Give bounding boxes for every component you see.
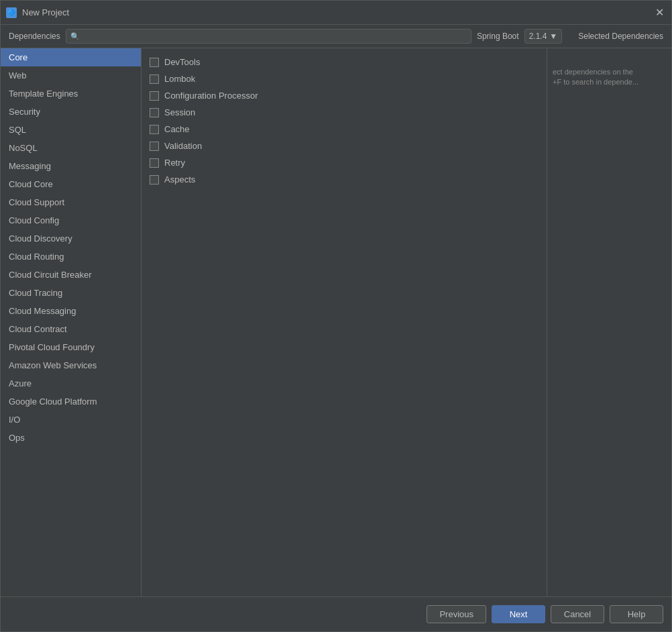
checkbox-item-lombok[interactable]: Lombok xyxy=(142,70,547,87)
checkbox-label-configuration-processor: Configuration Processor xyxy=(164,91,258,101)
nav-item-cloud-circuit-breaker[interactable]: Cloud Circuit Breaker xyxy=(1,266,141,284)
checkbox-label-cache: Cache xyxy=(164,124,190,134)
nav-item-pivotal-cloud-foundry[interactable]: Pivotal Cloud Foundry xyxy=(1,338,141,356)
checkbox-validation[interactable] xyxy=(150,142,159,151)
nav-item-messaging[interactable]: Messaging xyxy=(1,157,141,175)
checkbox-label-session: Session xyxy=(164,107,195,117)
checkbox-item-validation[interactable]: Validation xyxy=(142,138,547,154)
new-project-window: 🔷 New Project ✕ Dependencies 🔍 Spring Bo… xyxy=(0,0,672,632)
checkbox-item-aspects[interactable]: Aspects xyxy=(142,171,547,188)
checkbox-label-validation: Validation xyxy=(164,141,202,151)
window-title: New Project xyxy=(22,7,69,17)
checkbox-session[interactable] xyxy=(150,108,159,117)
checkbox-cache[interactable] xyxy=(150,125,159,134)
checkbox-retry[interactable] xyxy=(150,158,159,168)
checkbox-item-retry[interactable]: Retry xyxy=(142,154,547,171)
nav-item-cloud-contract[interactable]: Cloud Contract xyxy=(1,320,141,338)
checkbox-aspects[interactable] xyxy=(150,175,159,185)
checkbox-label-retry: Retry xyxy=(164,158,185,168)
middle-checkbox-panel: DevToolsLombokConfiguration ProcessorSes… xyxy=(142,48,547,596)
top-bar: Dependencies 🔍 Spring Boot 2.1.4 ▼ Selec… xyxy=(1,25,671,48)
nav-item-google-cloud-platform[interactable]: Google Cloud Platform xyxy=(1,392,141,411)
spring-boot-label: Spring Boot xyxy=(477,32,519,41)
version-value: 2.1.4 xyxy=(529,32,547,41)
previous-button[interactable]: Previous xyxy=(427,605,486,623)
checkbox-item-cache[interactable]: Cache xyxy=(142,121,547,138)
next-button[interactable]: Next xyxy=(492,605,545,623)
help-button[interactable]: Help xyxy=(610,605,663,623)
nav-item-template-engines[interactable]: Template Engines xyxy=(1,85,141,103)
close-button[interactable]: ✕ xyxy=(653,6,666,19)
nav-item-azure[interactable]: Azure xyxy=(1,374,141,392)
main-content: Dependencies 🔍 Spring Boot 2.1.4 ▼ Selec… xyxy=(1,25,671,596)
search-box[interactable]: 🔍 xyxy=(66,29,471,44)
search-input[interactable] xyxy=(82,32,467,41)
checkbox-lombok[interactable] xyxy=(150,74,159,84)
dependencies-label: Dependencies xyxy=(9,32,60,41)
version-dropdown[interactable]: 2.1.4 ▼ xyxy=(524,29,563,44)
nav-item-ops[interactable]: Ops xyxy=(1,429,141,447)
nav-item-cloud-core[interactable]: Cloud Core xyxy=(1,175,141,193)
nav-item-cloud-discovery[interactable]: Cloud Discovery xyxy=(1,229,141,248)
nav-item-io[interactable]: I/O xyxy=(1,411,141,429)
nav-item-nosql[interactable]: NoSQL xyxy=(1,139,141,157)
checkbox-label-aspects: Aspects xyxy=(164,174,195,185)
right-selected-panel: ect dependencies on the +F to search in … xyxy=(547,48,671,596)
left-nav-panel: CoreWebTemplate EnginesSecuritySQLNoSQLM… xyxy=(1,48,142,596)
nav-item-security[interactable]: Security xyxy=(1,103,141,121)
bottom-bar: Previous Next Cancel Help xyxy=(1,596,671,631)
dropdown-arrow-icon: ▼ xyxy=(549,32,557,41)
nav-item-amazon-web-services[interactable]: Amazon Web Services xyxy=(1,356,141,374)
nav-item-cloud-messaging[interactable]: Cloud Messaging xyxy=(1,302,141,320)
nav-item-cloud-support[interactable]: Cloud Support xyxy=(1,193,141,211)
search-icon: 🔍 xyxy=(70,32,80,41)
title-bar-left: 🔷 New Project xyxy=(6,7,69,18)
checkbox-label-devtools: DevTools xyxy=(164,57,200,67)
selected-deps-title: Selected Dependencies xyxy=(578,29,663,44)
checkbox-configuration-processor[interactable] xyxy=(150,91,159,101)
title-bar: 🔷 New Project ✕ xyxy=(1,1,671,25)
three-col-layout: CoreWebTemplate EnginesSecuritySQLNoSQLM… xyxy=(1,48,671,596)
nav-item-web[interactable]: Web xyxy=(1,66,141,85)
checkbox-item-session[interactable]: Session xyxy=(142,104,547,121)
nav-item-cloud-tracing[interactable]: Cloud Tracing xyxy=(1,284,141,302)
nav-item-cloud-routing[interactable]: Cloud Routing xyxy=(1,248,141,266)
checkbox-item-devtools[interactable]: DevTools xyxy=(142,54,547,70)
nav-item-core[interactable]: Core xyxy=(1,48,141,66)
checkbox-label-lombok: Lombok xyxy=(164,74,195,84)
nav-item-sql[interactable]: SQL xyxy=(1,121,141,139)
nav-item-cloud-config[interactable]: Cloud Config xyxy=(1,211,141,229)
nav-list: CoreWebTemplate EnginesSecuritySQLNoSQLM… xyxy=(1,48,141,596)
cancel-button[interactable]: Cancel xyxy=(551,605,604,623)
checkbox-devtools[interactable] xyxy=(150,58,159,67)
checkbox-item-configuration-processor[interactable]: Configuration Processor xyxy=(142,87,547,104)
selected-deps-hint: ect dependencies on the +F to search in … xyxy=(553,67,666,88)
app-icon: 🔷 xyxy=(6,7,17,18)
